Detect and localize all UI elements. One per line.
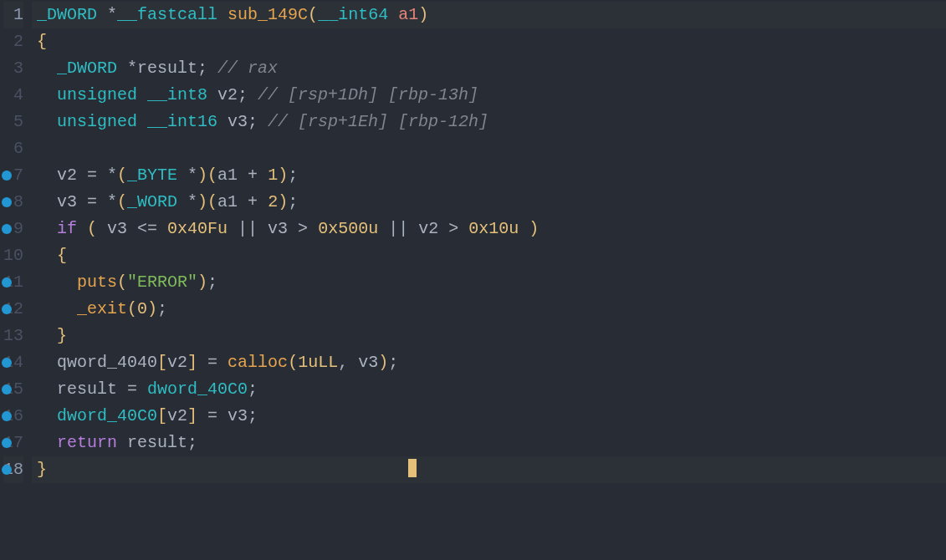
code-token: = bbox=[197, 353, 228, 372]
breakpoint-icon[interactable] bbox=[2, 438, 12, 448]
code-token: [ bbox=[157, 406, 167, 425]
code-token: return bbox=[57, 433, 117, 452]
code-token: a1 + bbox=[217, 165, 268, 185]
line-number[interactable]: 11 bbox=[3, 269, 23, 296]
line-number[interactable]: 16 bbox=[3, 403, 23, 430]
code-token: "ERROR" bbox=[127, 272, 197, 292]
line-number[interactable]: 8 bbox=[3, 189, 23, 216]
line-number[interactable]: 6 bbox=[3, 135, 23, 162]
code-line[interactable]: unsigned __int8 v2; // [rsp+1Dh] [rbp-13… bbox=[32, 82, 946, 109]
code-token: ; bbox=[248, 379, 258, 399]
code-token: 0x10u bbox=[468, 219, 519, 238]
code-token: 1 bbox=[268, 165, 278, 185]
code-token: ( bbox=[87, 219, 97, 238]
code-token: v3; bbox=[217, 112, 268, 131]
code-line[interactable]: } bbox=[32, 456, 946, 483]
code-token: ( bbox=[207, 165, 217, 185]
code-token: ) bbox=[529, 219, 539, 238]
code-token: 0x40Fu bbox=[167, 219, 228, 238]
code-token bbox=[77, 219, 87, 238]
code-token: calloc bbox=[228, 353, 288, 372]
breakpoint-icon[interactable] bbox=[2, 224, 12, 234]
code-token: [ bbox=[157, 353, 167, 372]
code-token: sub_149C bbox=[228, 5, 308, 24]
line-number-gutter[interactable]: 123456789101112131415161718 bbox=[0, 0, 32, 560]
line-number[interactable]: 4 bbox=[3, 82, 23, 109]
code-token: result = bbox=[37, 379, 147, 399]
line-number[interactable]: 13 bbox=[3, 323, 23, 349]
code-token: ) bbox=[197, 192, 207, 211]
line-number[interactable]: 10 bbox=[3, 242, 23, 269]
line-number[interactable]: 5 bbox=[3, 109, 23, 135]
line-number[interactable]: 2 bbox=[3, 28, 23, 55]
code-line[interactable]: _DWORD *result; // rax bbox=[32, 55, 946, 82]
code-token: ; bbox=[207, 272, 217, 292]
code-token: * bbox=[177, 192, 197, 211]
code-token bbox=[519, 219, 529, 238]
breakpoint-icon[interactable] bbox=[2, 197, 12, 207]
code-line[interactable]: qword_4040[v2] = calloc(1uLL, v3); bbox=[32, 349, 946, 376]
code-token: 0 bbox=[137, 299, 147, 318]
code-line[interactable] bbox=[32, 135, 946, 162]
code-token: _WORD bbox=[127, 192, 177, 211]
code-token: v3 = * bbox=[37, 192, 117, 211]
code-token: v2 bbox=[167, 406, 187, 425]
line-number[interactable]: 12 bbox=[3, 296, 23, 323]
code-token: a1 bbox=[398, 5, 418, 24]
code-token: ) bbox=[197, 165, 207, 185]
code-token: a1 + bbox=[217, 192, 268, 211]
code-token bbox=[37, 112, 57, 131]
breakpoint-icon[interactable] bbox=[2, 171, 12, 181]
code-token: _DWORD bbox=[37, 5, 97, 24]
code-line[interactable]: if ( v3 <= 0x40Fu || v3 > 0x500u || v2 >… bbox=[32, 216, 946, 242]
code-token: v2; bbox=[207, 85, 258, 104]
code-line[interactable]: return result; bbox=[32, 430, 946, 456]
code-line[interactable]: { bbox=[32, 28, 946, 55]
code-token: 1uLL bbox=[298, 353, 338, 372]
line-number[interactable]: 14 bbox=[3, 349, 23, 376]
code-token: ; bbox=[157, 299, 167, 318]
breakpoint-icon[interactable] bbox=[2, 277, 12, 288]
code-token: result; bbox=[117, 433, 197, 452]
line-number[interactable]: 1 bbox=[3, 2, 23, 28]
line-number[interactable]: 15 bbox=[3, 376, 23, 403]
code-line[interactable]: v2 = *(_BYTE *)(a1 + 1); bbox=[32, 162, 946, 189]
breakpoint-icon[interactable] bbox=[2, 465, 12, 475]
code-token: { bbox=[37, 32, 47, 51]
code-line[interactable]: _DWORD *__fastcall sub_149C(__int64 a1) bbox=[32, 2, 946, 28]
code-editor-area[interactable]: _DWORD *__fastcall sub_149C(__int64 a1){… bbox=[32, 0, 946, 560]
code-line[interactable]: result = dword_40C0; bbox=[32, 376, 946, 403]
code-line[interactable]: _exit(0); bbox=[32, 296, 946, 323]
code-token bbox=[37, 433, 57, 452]
code-token: ) bbox=[278, 165, 288, 185]
code-token: ) bbox=[418, 5, 428, 24]
breakpoint-icon[interactable] bbox=[2, 411, 12, 421]
code-token bbox=[37, 59, 57, 78]
code-token: ; bbox=[288, 165, 298, 185]
breakpoint-icon[interactable] bbox=[2, 384, 12, 395]
code-line[interactable]: { bbox=[32, 242, 946, 269]
code-line[interactable]: dword_40C0[v2] = v3; bbox=[32, 403, 946, 430]
line-number[interactable]: 18 bbox=[3, 456, 23, 483]
code-token: v2 = * bbox=[37, 165, 117, 185]
line-number[interactable]: 17 bbox=[3, 430, 23, 456]
code-token: ] bbox=[187, 406, 197, 425]
line-number[interactable]: 9 bbox=[3, 216, 23, 242]
code-line[interactable]: puts("ERROR"); bbox=[32, 269, 946, 296]
code-token bbox=[37, 246, 57, 265]
code-token bbox=[37, 299, 77, 318]
code-token: * bbox=[177, 165, 197, 185]
code-token: __int64 bbox=[318, 5, 388, 24]
line-number[interactable]: 3 bbox=[3, 55, 23, 82]
breakpoint-icon[interactable] bbox=[2, 304, 12, 314]
code-line[interactable]: } bbox=[32, 323, 946, 349]
code-token: ) bbox=[378, 353, 388, 372]
code-token bbox=[37, 326, 57, 345]
code-line[interactable]: unsigned __int16 v3; // [rsp+1Eh] [rbp-1… bbox=[32, 109, 946, 135]
line-number[interactable]: 7 bbox=[3, 162, 23, 189]
code-token: _DWORD bbox=[57, 59, 117, 78]
code-token: ( bbox=[117, 165, 127, 185]
breakpoint-icon[interactable] bbox=[2, 358, 12, 368]
code-token: _exit bbox=[77, 299, 127, 318]
code-line[interactable]: v3 = *(_WORD *)(a1 + 2); bbox=[32, 189, 946, 216]
